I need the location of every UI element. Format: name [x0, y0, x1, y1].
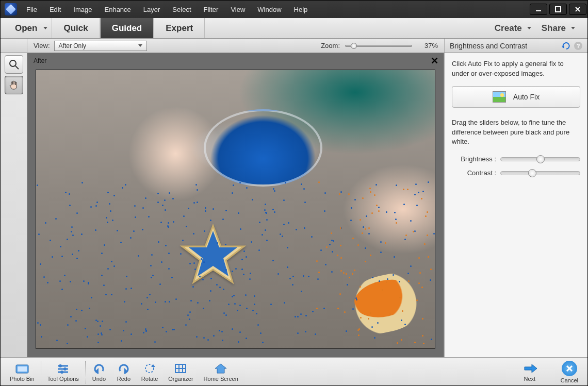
svg-marker-20	[151, 364, 155, 367]
home-icon	[214, 362, 228, 375]
help-icon[interactable]: ?	[574, 42, 582, 50]
svg-line-6	[15, 66, 19, 69]
document-window: After ✕	[27, 53, 444, 357]
menu-enhance[interactable]: Enhance	[100, 4, 136, 15]
view-label: View:	[34, 42, 50, 49]
tab-expert[interactable]: Expert	[154, 18, 205, 38]
zoom-value: 37%	[417, 42, 438, 49]
tool-options-button[interactable]: Tool Options	[42, 362, 84, 382]
maximize-button[interactable]	[549, 4, 567, 15]
panel-title: Brightness and Contrast	[450, 42, 562, 50]
contrast-slider[interactable]	[500, 171, 580, 175]
auto-fix-button[interactable]: Auto Fix	[452, 86, 580, 108]
next-label: Next	[524, 376, 535, 382]
close-document-icon[interactable]: ✕	[431, 55, 438, 66]
cancel-label: Cancel	[561, 377, 578, 383]
open-menu-button[interactable]: Open	[11, 21, 52, 36]
svg-point-5	[10, 60, 16, 66]
undo-label: Undo	[92, 376, 106, 382]
photo-bin-button[interactable]: Photo Bin	[5, 362, 40, 382]
cancel-button[interactable]: Cancel	[556, 361, 583, 383]
svg-rect-1	[556, 7, 561, 12]
minimize-button[interactable]	[530, 4, 547, 15]
auto-fix-icon	[493, 91, 506, 103]
close-button[interactable]	[569, 4, 586, 15]
zoom-tool-button[interactable]	[5, 55, 23, 74]
photo-bin-label: Photo Bin	[10, 376, 35, 382]
svg-point-15	[63, 367, 67, 371]
menu-edit[interactable]: Edit	[44, 4, 66, 15]
undo-icon	[92, 362, 106, 375]
chevron-down-icon	[138, 44, 142, 47]
chevron-down-icon	[43, 27, 47, 29]
home-screen-button[interactable]: Home Screen	[199, 362, 243, 382]
svg-point-14	[59, 364, 62, 367]
brightness-row: Brightness :	[452, 155, 580, 163]
tab-guided[interactable]: Guided	[100, 18, 154, 38]
tab-quick[interactable]: Quick	[52, 18, 100, 38]
undo-button[interactable]: Undo	[87, 362, 111, 382]
organizer-label: Organizer	[168, 376, 193, 382]
bottom-bar: Photo Bin Tool Options Undo Redo Rotate …	[1, 357, 587, 386]
svg-rect-10	[18, 366, 27, 372]
contrast-slider-thumb[interactable]	[528, 169, 536, 177]
window-controls	[529, 4, 587, 15]
next-arrow-icon	[522, 362, 537, 375]
chevron-down-icon	[571, 27, 575, 29]
redo-button[interactable]: Redo	[111, 362, 136, 382]
hand-tool-button[interactable]	[5, 76, 23, 94]
adjustment-panel: Click Auto Fix to apply a general fix to…	[444, 53, 587, 357]
menu-file[interactable]: File	[21, 4, 42, 15]
next-button[interactable]: Next	[517, 362, 542, 382]
photo-bin-icon	[15, 362, 29, 375]
open-label: Open	[15, 23, 37, 33]
tool-options-icon	[56, 362, 70, 375]
auto-fix-label: Auto Fix	[513, 93, 540, 101]
menu-select[interactable]: Select	[167, 4, 196, 15]
menu-view[interactable]: View	[225, 4, 250, 15]
menu-image[interactable]: Image	[68, 4, 97, 15]
create-menu-button[interactable]: Create	[492, 21, 534, 36]
brightness-slider-thumb[interactable]	[536, 155, 545, 163]
photo-sprinkles	[36, 70, 435, 348]
tool-options-label: Tool Options	[47, 376, 79, 382]
svg-point-16	[60, 371, 63, 374]
chevron-down-icon	[527, 27, 531, 29]
brightness-label: Brightness :	[452, 155, 496, 163]
panel-help-text-1: Click Auto Fix to apply a general fix to…	[452, 59, 580, 79]
options-bar: View: After Only Zoom: 37% Brightness an…	[1, 39, 587, 53]
redo-label: Redo	[117, 376, 130, 382]
brightness-slider[interactable]	[500, 157, 580, 161]
tool-column	[1, 53, 27, 357]
rotate-button[interactable]: Rotate	[136, 362, 163, 382]
svg-marker-26	[525, 364, 537, 373]
zoom-controls: Zoom: 37%	[321, 42, 438, 49]
reset-icon[interactable]	[562, 42, 571, 49]
title-bar: File Edit Image Enhance Layer Select Fil…	[1, 1, 587, 18]
image-canvas[interactable]	[36, 70, 435, 349]
menu-layer[interactable]: Layer	[138, 4, 166, 15]
share-menu-button[interactable]: Share	[538, 21, 578, 36]
menu-bar: File Edit Image Enhance Layer Select Fil…	[21, 4, 313, 15]
zoom-slider-thumb[interactable]	[351, 43, 357, 49]
rotate-icon	[142, 362, 157, 375]
contrast-label: Contrast :	[452, 169, 496, 177]
menu-window[interactable]: Window	[252, 4, 286, 15]
menu-filter[interactable]: Filter	[199, 4, 224, 15]
zoom-label: Zoom:	[321, 42, 340, 49]
contrast-row: Contrast :	[452, 169, 580, 177]
main-area: After ✕ Click Auto Fix to apply a genera…	[1, 53, 587, 357]
cancel-icon	[562, 361, 577, 376]
svg-rect-0	[536, 10, 541, 11]
home-screen-label: Home Screen	[204, 376, 238, 382]
separator	[41, 361, 41, 383]
view-caption: After	[34, 57, 46, 64]
bottom-right-group: Next Cancel	[517, 361, 583, 383]
mode-tabs: Quick Guided Expert	[52, 18, 205, 38]
view-mode-select[interactable]: After Only	[54, 41, 147, 51]
zoom-slider[interactable]	[345, 45, 412, 47]
redo-icon	[117, 362, 131, 375]
organizer-button[interactable]: Organizer	[163, 362, 198, 382]
separator	[85, 361, 86, 383]
menu-help[interactable]: Help	[289, 4, 313, 15]
